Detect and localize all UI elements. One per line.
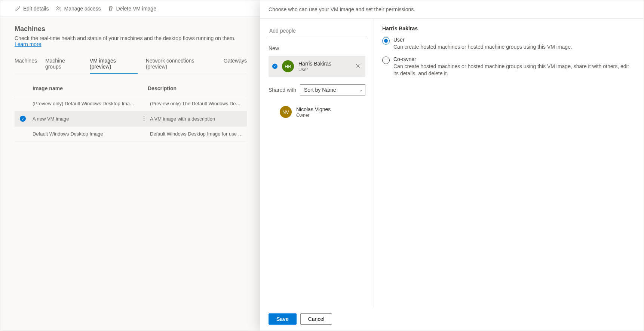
person-item-new[interactable]: ✓ HB Harris Bakiras User xyxy=(269,56,365,77)
row-name: (Preview only) Default Windows Desktop I… xyxy=(33,101,141,106)
option-desc: Can create hosted machines or hosted mac… xyxy=(393,63,635,78)
add-people-input[interactable] xyxy=(269,25,365,36)
manage-access-label: Manage access xyxy=(64,6,101,12)
pencil-icon xyxy=(15,6,21,12)
row-desc: Default Windows Desktop Image for use in… xyxy=(148,131,243,137)
tabs: Machines Machine groups VM images (previ… xyxy=(15,55,247,74)
row-name: A new VM image xyxy=(33,116,141,122)
cancel-button[interactable]: Cancel xyxy=(300,313,332,325)
row-name: Default Windows Desktop Image xyxy=(33,131,141,137)
more-actions-button[interactable]: ⋮ xyxy=(141,116,148,122)
subtitle-text: Check the real-time health and status of… xyxy=(15,35,236,41)
check-icon: ✓ xyxy=(20,116,26,122)
toolbar: Edit details Manage access Delete VM ima… xyxy=(0,0,261,17)
row-desc: A VM image with a description xyxy=(148,116,243,122)
selected-person-name: Harris Bakiras xyxy=(382,25,635,31)
row-check[interactable]: ✓ xyxy=(20,116,33,122)
person-name: Nicolas Vignes xyxy=(296,106,362,112)
option-desc: Can create hosted machines or hosted mac… xyxy=(393,43,635,51)
avatar: HB xyxy=(282,60,294,72)
person-name: Harris Bakiras xyxy=(298,61,350,67)
remove-person-button[interactable] xyxy=(354,62,362,71)
tab-gateways[interactable]: Gateways xyxy=(224,55,247,74)
row-desc: (Preview only) The Default Windows Deskt… xyxy=(148,101,243,106)
close-icon xyxy=(356,64,360,68)
edit-details-button[interactable]: Edit details xyxy=(15,6,49,12)
option-label: Co-owner xyxy=(393,56,635,62)
table-row[interactable]: Default Windows Desktop Image Default Wi… xyxy=(15,126,247,142)
panel-people-column: New ✓ HB Harris Bakiras User Shared with… xyxy=(260,19,374,307)
check-icon: ✓ xyxy=(272,64,277,69)
manage-access-panel: Choose who can use your VM image and set… xyxy=(260,0,644,331)
col-image-name[interactable]: Image name xyxy=(33,85,148,91)
people-icon xyxy=(55,6,61,12)
tab-vm-images[interactable]: VM images (preview) xyxy=(90,55,138,74)
table-row[interactable]: (Preview only) Default Windows Desktop I… xyxy=(15,96,247,111)
svg-point-1 xyxy=(59,7,61,8)
trash-icon xyxy=(108,6,114,12)
vm-images-table: Image name Description (Preview only) De… xyxy=(15,85,247,142)
permission-option-user[interactable]: User Can create hosted machines or hoste… xyxy=(382,37,635,51)
person-role: Owner xyxy=(296,113,362,118)
col-description[interactable]: Description xyxy=(148,85,243,91)
delete-vm-image-button[interactable]: Delete VM image xyxy=(108,6,156,12)
shared-with-label: Shared with xyxy=(269,87,296,93)
option-label: User xyxy=(393,37,635,43)
table-row[interactable]: ✓ A new VM image ⋮ A VM image with a des… xyxy=(15,111,247,126)
person-item-shared[interactable]: NV Nicolas Vignes Owner xyxy=(269,101,365,122)
sort-by-select[interactable]: Sort by Name xyxy=(300,84,365,95)
panel-permissions-column: Harris Bakiras User Can create hosted ma… xyxy=(374,19,644,307)
person-role: User xyxy=(298,67,350,72)
radio-icon xyxy=(382,37,390,45)
panel-footer: Save Cancel xyxy=(260,307,644,331)
edit-details-label: Edit details xyxy=(23,6,49,12)
page-title: Machines xyxy=(15,25,247,33)
permission-option-coowner[interactable]: Co-owner Can create hosted machines or h… xyxy=(382,56,635,78)
panel-header: Choose who can use your VM image and set… xyxy=(260,0,644,19)
page-subtitle: Check the real-time health and status of… xyxy=(15,35,247,47)
avatar: NV xyxy=(280,106,292,118)
svg-point-0 xyxy=(57,6,59,8)
new-section-label: New xyxy=(269,45,365,51)
table-header: Image name Description xyxy=(15,85,247,96)
save-button[interactable]: Save xyxy=(269,313,297,325)
learn-more-link[interactable]: Learn more xyxy=(15,41,42,47)
delete-vm-image-label: Delete VM image xyxy=(116,6,156,12)
tab-machines[interactable]: Machines xyxy=(15,55,37,74)
manage-access-button[interactable]: Manage access xyxy=(55,6,101,12)
radio-icon xyxy=(382,57,390,64)
tab-network-connections[interactable]: Network connections (preview) xyxy=(146,55,215,74)
tab-machine-groups[interactable]: Machine groups xyxy=(45,55,82,74)
